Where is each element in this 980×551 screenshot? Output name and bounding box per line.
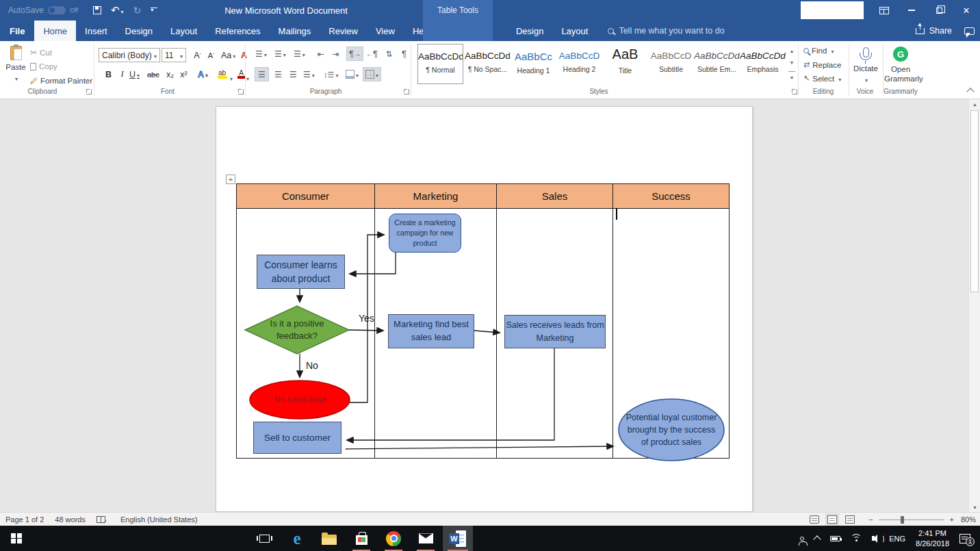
bullets-button[interactable] — [253, 47, 269, 61]
increase-indent-button[interactable] — [328, 47, 343, 61]
shape-consumer-learns[interactable]: Consumer learns about product — [257, 255, 345, 289]
start-button[interactable] — [0, 526, 33, 551]
dictate-dropdown-arrow[interactable] — [864, 73, 868, 84]
shape-create-campaign[interactable]: Create a marketing campaign for new prod… — [389, 214, 461, 253]
paste-dropdown-arrow[interactable] — [14, 71, 18, 83]
clock[interactable]: 2:41 PM 8/26/2018 — [916, 528, 949, 549]
battery-icon[interactable] — [830, 536, 840, 541]
shading-button[interactable] — [344, 67, 361, 81]
autosave-switch[interactable] — [48, 6, 66, 14]
paste-button[interactable]: Paste — [4, 44, 27, 87]
replace-button[interactable]: Replace — [803, 60, 841, 69]
underline-button[interactable]: U — [127, 67, 142, 81]
line-spacing-button[interactable] — [322, 67, 340, 81]
input-language-indicator[interactable]: ENG — [889, 535, 905, 543]
scrollbar-thumb[interactable] — [970, 110, 979, 292]
scroll-down-arrow[interactable]: ▼ — [969, 502, 980, 512]
styles-gallery-down-arrow[interactable]: ▼ — [787, 57, 797, 68]
numbering-button[interactable] — [272, 47, 288, 61]
lane-header-sales[interactable]: Sales — [496, 183, 613, 209]
paragraph-dialog-launcher[interactable] — [404, 89, 409, 94]
subscript-button[interactable]: x₂ — [163, 67, 177, 81]
lane-header-marketing[interactable]: Marketing — [374, 183, 497, 209]
shape-marketing-find[interactable]: Marketing find best sales lead — [388, 314, 474, 348]
format-painter-button[interactable]: Format Painter — [30, 77, 92, 85]
restore-button[interactable] — [925, 0, 953, 21]
show-hidden-icons-chevron[interactable] — [814, 535, 821, 543]
shape-decision-text[interactable]: Is it a positive feedback? — [252, 314, 342, 346]
decrease-indent-button[interactable] — [313, 47, 328, 61]
vertical-scrollbar[interactable]: ▲ ▼ — [968, 99, 980, 512]
zoom-in-button[interactable]: + — [950, 515, 954, 524]
zoom-level[interactable]: 80% — [961, 515, 976, 524]
share-button[interactable]: Share — [916, 26, 952, 36]
page-indicator[interactable]: Page 1 of 2 — [5, 515, 44, 524]
strikethrough-button[interactable]: abc — [145, 67, 162, 81]
user-account-box[interactable] — [801, 1, 864, 19]
people-icon[interactable] — [800, 537, 804, 541]
read-mode-button[interactable] — [810, 515, 819, 524]
task-view-button[interactable] — [249, 526, 279, 551]
tab-insert[interactable]: Insert — [76, 21, 116, 41]
style-subtle-emphasis[interactable]: AaBbCcDd Subtle Em... — [694, 44, 740, 84]
style-subtitle[interactable]: AaBbCcD Subtitle — [648, 44, 694, 84]
comments-icon[interactable] — [964, 27, 975, 35]
cut-button[interactable]: Cut — [30, 48, 52, 57]
autosave-toggle[interactable]: AutoSave Off — [0, 5, 78, 15]
quick-access-customize-icon[interactable] — [151, 8, 157, 13]
tab-design[interactable]: Design — [116, 21, 162, 41]
font-size-select[interactable]: 11 — [162, 48, 186, 62]
copy-button[interactable]: Copy — [30, 62, 57, 71]
align-center-button[interactable] — [271, 67, 285, 81]
tab-file[interactable]: File — [0, 21, 34, 41]
font-family-select[interactable]: Calibri (Body) — [99, 48, 160, 62]
ltr-text-direction-button[interactable]: → — [346, 47, 363, 61]
taskbar-mail-button[interactable] — [411, 526, 441, 551]
bold-button[interactable]: B — [101, 67, 116, 81]
save-icon[interactable] — [93, 6, 101, 14]
web-layout-button[interactable] — [845, 515, 855, 524]
tab-table-design[interactable]: Design — [507, 21, 552, 41]
rtl-text-direction-button[interactable]: ← — [364, 47, 380, 61]
multilevel-list-button[interactable] — [292, 47, 307, 61]
language-indicator[interactable]: English (United States) — [120, 515, 198, 524]
highlight-dropdown-arrow[interactable] — [229, 71, 233, 84]
word-count[interactable]: 48 words — [55, 515, 86, 524]
volume-icon[interactable] — [872, 536, 875, 541]
lane-header-success[interactable]: Success — [612, 183, 730, 209]
style-title[interactable]: AaB Title — [602, 44, 648, 84]
text-effects-button[interactable]: A — [196, 67, 210, 81]
styles-dialog-launcher[interactable] — [792, 89, 797, 94]
tab-view[interactable]: View — [367, 21, 404, 41]
lane-header-consumer[interactable]: Consumer — [236, 183, 375, 209]
change-case-button[interactable]: Aa — [219, 48, 237, 62]
tab-references[interactable]: References — [206, 21, 269, 41]
proofing-icon[interactable] — [96, 516, 105, 523]
font-dialog-launcher[interactable] — [238, 89, 244, 94]
style-no-spacing[interactable]: AaBbCcDd ¶ No Spac... — [465, 44, 511, 84]
minimize-button[interactable] — [898, 0, 925, 21]
clipboard-dialog-launcher[interactable] — [86, 89, 92, 94]
ribbon-display-options-button[interactable] — [871, 0, 898, 21]
shape-no-sales-lead-text[interactable]: No sales lead — [268, 385, 331, 414]
action-center-icon[interactable]: 1 — [959, 534, 970, 543]
undo-button[interactable] — [111, 4, 124, 16]
tab-home[interactable]: Home — [34, 21, 76, 41]
shape-sales-receives[interactable]: Sales receives leads from Marketing — [504, 315, 606, 348]
style-heading2[interactable]: AaBbCcD Heading 2 — [556, 44, 602, 84]
open-grammarly-button[interactable]: Open Grammarly — [884, 47, 917, 84]
styles-gallery-up-arrow[interactable]: ▲ — [787, 45, 797, 57]
borders-button[interactable] — [363, 67, 381, 81]
grow-font-button[interactable]: Aˆ — [190, 48, 205, 62]
align-right-button[interactable] — [286, 67, 300, 81]
collapse-ribbon-chevron-icon[interactable] — [966, 88, 974, 95]
taskbar-chrome-button[interactable] — [378, 526, 409, 551]
shape-potential-loyal-text[interactable]: Potential loyal customer brought by the … — [625, 403, 718, 457]
select-button[interactable]: Select — [803, 74, 841, 83]
style-heading1[interactable]: AaBbCc Heading 1 — [511, 44, 556, 84]
tell-me-box[interactable]: Tell me what you want to do — [608, 26, 724, 36]
justify-button[interactable] — [301, 67, 317, 81]
table-move-handle[interactable]: + — [226, 175, 235, 184]
taskbar-edge-button[interactable] — [282, 526, 312, 551]
taskbar-store-button[interactable] — [346, 526, 376, 551]
